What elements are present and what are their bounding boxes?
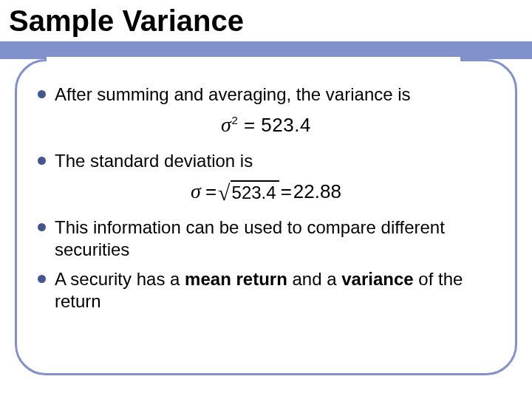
bold-variance: variance xyxy=(341,269,413,289)
equation-1-inline: σ2 = 523.4 xyxy=(221,113,311,137)
stddev-value: 22.88 xyxy=(293,180,341,203)
bold-mean-return: mean return xyxy=(185,269,287,289)
sqrt-expr: √ 523.4 xyxy=(218,180,279,202)
bullet-text-3: This information can be used to compare … xyxy=(55,216,494,261)
bullet-icon xyxy=(38,90,46,98)
eq-sign: = xyxy=(281,180,292,203)
bullet-item-4: A security has a mean return and a varia… xyxy=(38,268,494,313)
eq-sign: = xyxy=(238,114,261,136)
equation-variance: σ2 = 523.4 xyxy=(38,113,494,137)
text-fragment: and a xyxy=(287,269,341,289)
border-mask xyxy=(47,57,460,64)
bullet-item-1: After summing and averaging, the varianc… xyxy=(38,83,494,106)
slide-title: Sample Variance xyxy=(9,4,244,38)
bullet-item-2: The standard deviation is xyxy=(38,150,494,172)
eq-sign: = xyxy=(205,180,216,203)
radicand-value: 523.4 xyxy=(231,180,279,202)
sigma-symbol: σ xyxy=(221,113,231,136)
bullet-item-3: This information can be used to compare … xyxy=(38,216,494,261)
equation-stddev: σ = √ 523.4 = 22.88 xyxy=(38,180,494,203)
bullet-text-2: The standard deviation is xyxy=(55,150,253,172)
sigma-symbol: σ xyxy=(191,180,201,203)
bullet-icon xyxy=(38,157,46,165)
bullet-icon xyxy=(38,275,46,283)
variance-value: 523.4 xyxy=(261,114,311,136)
content-box: After summing and averaging, the varianc… xyxy=(15,59,517,375)
bullet-text-1: After summing and averaging, the varianc… xyxy=(55,83,411,106)
equation-2-inline: σ = √ 523.4 = 22.88 xyxy=(191,180,341,203)
bullet-icon xyxy=(38,223,46,231)
exponent-2: 2 xyxy=(231,114,238,126)
slide: Sample Variance After summing and averag… xyxy=(0,0,532,399)
text-fragment: A security has a xyxy=(55,269,185,289)
radical-icon: √ xyxy=(218,182,230,204)
bullet-text-4: A security has a mean return and a varia… xyxy=(55,268,494,313)
